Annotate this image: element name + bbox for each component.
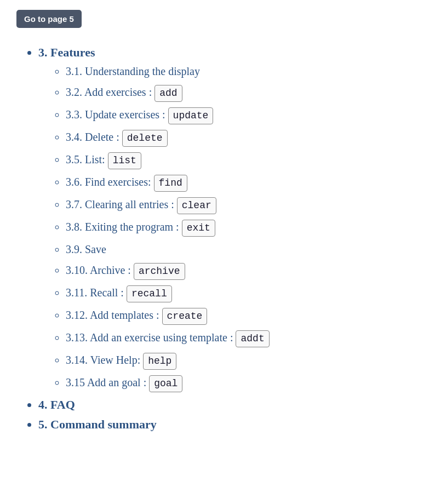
sub-item-cmd-0-5: find (154, 175, 187, 192)
sub-item-cmd-0-11: create (162, 308, 208, 325)
sub-list-item-0-13[interactable]: 3.14. View Help: help (66, 352, 419, 370)
main-navigation-list: 3. Features3.1. Understanding the displa… (16, 45, 419, 432)
sub-item-text-0-12: 3.13. Add an exercise using template : (66, 331, 233, 343)
sub-item-text-0-7: 3.8. Exiting the program : (66, 221, 179, 233)
sub-item-text-0-13: 3.14. View Help: (66, 354, 140, 366)
sub-list-item-0-5[interactable]: 3.6. Find exercises: find (66, 174, 419, 192)
sub-item-text-0-4: 3.5. List: (66, 153, 105, 165)
sub-item-cmd-0-10: recall (127, 285, 172, 302)
main-list-item-0: 3. Features3.1. Understanding the displa… (38, 45, 419, 392)
sub-item-cmd-0-14: goal (149, 375, 182, 392)
sub-item-cmd-0-6: clear (177, 197, 216, 214)
sub-item-cmd-0-4: list (108, 152, 141, 169)
sub-list-item-0-4[interactable]: 3.5. List: list (66, 151, 419, 169)
main-list-item-1: 4. FAQ (38, 398, 419, 412)
sub-item-cmd-0-12: addt (236, 330, 269, 347)
sub-item-cmd-0-9: archive (134, 263, 185, 280)
sub-list-item-0-8[interactable]: 3.9. Save (66, 241, 419, 257)
sub-item-cmd-0-3: delete (122, 130, 168, 147)
sub-item-text-0-1: 3.2. Add exercises : (66, 86, 152, 98)
sub-item-text-0-3: 3.4. Delete : (66, 131, 119, 143)
sub-item-text-0-11: 3.12. Add templates : (66, 309, 159, 321)
main-list-item-label-0[interactable]: 3. Features (38, 45, 95, 59)
sub-item-text-0-8: 3.9. Save (66, 243, 106, 255)
sub-list-item-0-14[interactable]: 3.15 Add an goal : goal (66, 374, 419, 392)
goto-page-5-tooltip[interactable]: Go to page 5 (16, 10, 82, 28)
sub-item-text-0-14: 3.15 Add an goal : (66, 376, 146, 388)
sub-list-0: 3.1. Understanding the display3.2. Add e… (38, 63, 419, 392)
sub-list-item-0-12[interactable]: 3.13. Add an exercise using template : a… (66, 329, 419, 347)
sub-list-item-0-9[interactable]: 3.10. Archive : archive (66, 262, 419, 280)
sub-list-item-0-7[interactable]: 3.8. Exiting the program : exit (66, 219, 419, 237)
main-list-item-label-2[interactable]: 5. Command summary (38, 417, 157, 431)
sub-item-text-0-9: 3.10. Archive : (66, 264, 131, 276)
sub-list-item-0-6[interactable]: 3.7. Clearing all entries : clear (66, 196, 419, 214)
main-list-item-2: 5. Command summary (38, 417, 419, 432)
sub-list-item-0-10[interactable]: 3.11. Recall : recall (66, 284, 419, 302)
sub-item-cmd-0-13: help (143, 353, 176, 370)
sub-item-cmd-0-1: add (154, 85, 182, 102)
sub-list-item-0-11[interactable]: 3.12. Add templates : create (66, 307, 419, 325)
sub-list-item-0-3[interactable]: 3.4. Delete : delete (66, 129, 419, 147)
sub-item-text-0-10: 3.11. Recall : (66, 287, 124, 299)
sub-list-item-0-0[interactable]: 3.1. Understanding the display (66, 63, 419, 79)
sub-item-cmd-0-2: update (168, 107, 214, 124)
sub-item-text-0-0: 3.1. Understanding the display (66, 65, 200, 77)
sub-item-text-0-2: 3.3. Update exercises : (66, 108, 165, 121)
main-list-item-label-1[interactable]: 4. FAQ (38, 398, 75, 411)
sub-list-item-0-2[interactable]: 3.3. Update exercises : update (66, 106, 419, 124)
sub-item-text-0-5: 3.6. Find exercises: (66, 176, 151, 188)
sub-item-cmd-0-7: exit (182, 220, 215, 237)
sub-item-text-0-6: 3.7. Clearing all entries : (66, 198, 174, 210)
sub-list-item-0-1[interactable]: 3.2. Add exercises : add (66, 84, 419, 102)
